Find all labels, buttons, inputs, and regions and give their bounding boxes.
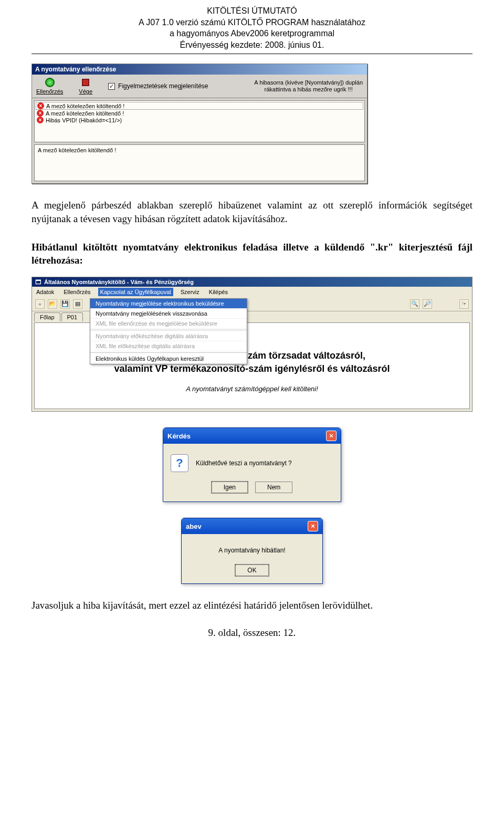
footer-paragraph: Javasoljuk a hiba kijavítását, mert ezze… bbox=[32, 600, 472, 611]
menu-kilepes[interactable]: Kilépés bbox=[207, 288, 230, 296]
print-icon[interactable]: ▤ bbox=[73, 299, 82, 309]
app-title-text: Általános Nyomtatványkitöltő - Vám- és P… bbox=[44, 279, 194, 285]
question-dialog: Kérdés × ? Küldhetővé teszi a nyomtatván… bbox=[163, 427, 341, 502]
dropdown-menu: Nyomtatvány megjelölése elektronikus bek… bbox=[90, 298, 247, 364]
error-text: A mező kötelezően kitöltendő ! bbox=[46, 103, 124, 109]
zoom-out-icon[interactable]: 🔎 bbox=[423, 299, 432, 309]
toolbar: Ellenőrzés Vége ✓ Figyelmeztetések megje… bbox=[32, 75, 367, 98]
message-area: A mező kötelezően kitöltendő ! bbox=[34, 144, 365, 181]
menu-item-esend[interactable]: Elektronikus küldés Ügyfélkapun keresztü… bbox=[90, 354, 247, 364]
error-row[interactable]: × A mező kötelezően kitöltendő ! bbox=[36, 110, 363, 117]
menu-item-mark-send[interactable]: Nyomtatvány megjelölése elektronikus bek… bbox=[90, 299, 247, 309]
menubar: Adatok Ellenőrzés Kapcsolat az Ügyfélkap… bbox=[32, 287, 472, 297]
stop-icon bbox=[82, 79, 89, 86]
form-subtitle: A nyomtatványt számítógéppel kell kitölt… bbox=[45, 385, 459, 393]
check-label: Ellenőrzés bbox=[36, 88, 63, 95]
menu-kapcsolat[interactable]: Kapcsolat az Ügyfélkapuval bbox=[98, 288, 173, 296]
doc-header-line: Érvényesség kezdete: 2008. június 01. bbox=[32, 39, 472, 51]
checkbox-label: Figyelmeztetések megjelenítése bbox=[118, 82, 208, 90]
paragraph: A megjelenő párbeszéd ablakban szereplő … bbox=[32, 198, 472, 225]
check-button[interactable]: Ellenőrzés bbox=[36, 78, 63, 95]
dialog-titlebar: abev × bbox=[182, 518, 322, 534]
end-button[interactable]: Vége bbox=[79, 78, 92, 95]
close-icon[interactable]: × bbox=[326, 431, 337, 441]
menu-item-xml-check: XML file ellenőrzése és megjelölése bekü… bbox=[90, 319, 247, 329]
error-row[interactable]: × Hibás VPID! (Hibakód=<11/>) bbox=[36, 117, 363, 123]
end-label: Vége bbox=[79, 88, 92, 95]
dialog-text: A nyomtatvány hibátlan! bbox=[187, 547, 317, 554]
menu-ellenorzes[interactable]: Ellenőrzés bbox=[61, 288, 92, 296]
error-icon: × bbox=[37, 110, 44, 117]
doc-header: KITÖLTÉSI ÚTMUTATÓ A J07 1.0 verzió szám… bbox=[32, 0, 472, 54]
menu-szerviz[interactable]: Szerviz bbox=[178, 288, 202, 296]
menu-adatok[interactable]: Adatok bbox=[34, 288, 56, 296]
check-icon bbox=[45, 78, 55, 87]
error-list[interactable]: × A mező kötelezően kitöltendő ! × A mez… bbox=[34, 100, 365, 142]
menu-separator bbox=[90, 352, 247, 353]
error-check-window: A nyomtatvány ellenőrzése Ellenőrzés Vég… bbox=[32, 64, 368, 184]
message-text: A mező kötelezően kitöltendő ! bbox=[38, 147, 116, 153]
tab-p01[interactable]: P01 bbox=[61, 312, 83, 321]
menu-item-xml-sign: XML file előkészítése digitális aláírásr… bbox=[90, 341, 247, 351]
error-icon: × bbox=[37, 117, 44, 123]
show-warnings-checkbox[interactable]: ✓ Figyelmeztetések megjelenítése bbox=[108, 82, 208, 90]
ok-button[interactable]: OK bbox=[235, 565, 268, 576]
doc-header-line: A J07 1.0 verzió számú KITÖLTŐ PROGRAM h… bbox=[32, 17, 472, 28]
save-icon[interactable]: 💾 bbox=[60, 299, 70, 309]
dialog-title: abev bbox=[186, 522, 202, 530]
error-text: A mező kötelezően kitöltendő ! bbox=[46, 110, 124, 117]
hint-text: A hibasorra (kivéve [Nyomtatvány]) duplá… bbox=[254, 79, 363, 94]
app-window: 🗔 Általános Nyomtatványkitöltő - Vám- és… bbox=[32, 277, 472, 412]
open-icon[interactable]: 📂 bbox=[48, 299, 57, 309]
question-icon: ? bbox=[171, 454, 188, 472]
menu-separator bbox=[90, 330, 247, 330]
error-text: Hibás VPID! (Hibakód=<11/>) bbox=[46, 117, 122, 123]
page-number: 9. oldal, összesen: 12. bbox=[32, 627, 472, 639]
app-title-bar: 🗔 Általános Nyomtatványkitöltő - Vám- és… bbox=[32, 277, 472, 287]
error-row[interactable]: × A mező kötelezően kitöltendő ! bbox=[36, 102, 363, 110]
zoom-in-icon[interactable]: 🔍 bbox=[410, 299, 419, 309]
menu-item-prep-sign: Nyomtatvány előkészítése digitális aláír… bbox=[90, 331, 247, 341]
yes-button[interactable]: Igen bbox=[212, 482, 248, 493]
close-icon[interactable]: × bbox=[308, 521, 318, 531]
tab-folap[interactable]: Főlap bbox=[34, 312, 60, 321]
error-icon: × bbox=[37, 102, 44, 109]
app-icon: 🗔 bbox=[35, 279, 41, 285]
pointer-icon[interactable]: ☞ bbox=[459, 299, 469, 309]
dialog-title: Kérdés bbox=[167, 432, 191, 440]
new-icon[interactable]: ▫ bbox=[35, 299, 45, 309]
abev-dialog: abev × A nyomtatvány hibátlan! OK bbox=[181, 518, 323, 584]
doc-header-line: a hagyományos Abev2006 keretprogrammal bbox=[32, 28, 472, 39]
menu-item-unmark[interactable]: Nyomtatvány megjelölésének visszavonása bbox=[90, 309, 247, 319]
doc-header-line: KITÖLTÉSI ÚTMUTATÓ bbox=[32, 5, 472, 17]
checkmark-icon: ✓ bbox=[108, 83, 115, 90]
dialog-text: Küldhetővé teszi a nyomtatványt ? bbox=[196, 459, 292, 467]
no-button[interactable]: Nem bbox=[255, 482, 292, 493]
paragraph-bold: Hibátlanul kitöltött nyomtatvány elektro… bbox=[32, 241, 472, 267]
window-title: A nyomtatvány ellenőrzése bbox=[32, 64, 367, 75]
dialog-titlebar: Kérdés × bbox=[163, 428, 341, 444]
